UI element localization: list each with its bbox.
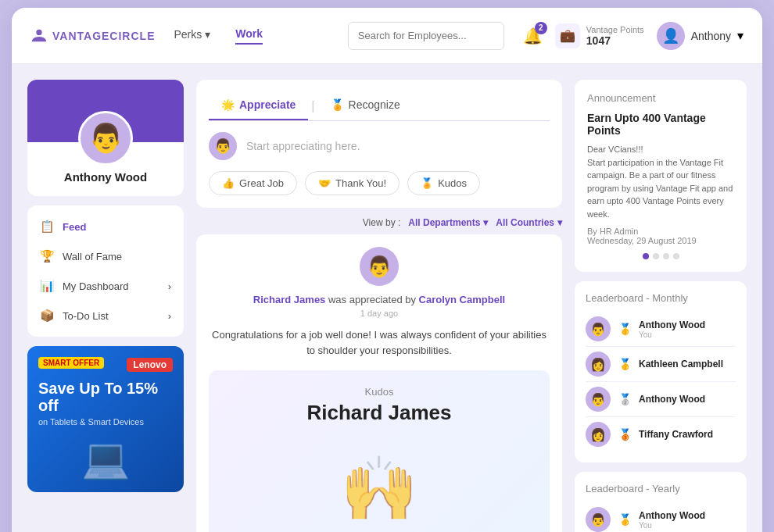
great-job-button[interactable]: 👍 Great Job xyxy=(209,171,297,195)
dash-arrow: › xyxy=(168,280,171,292)
lb-yearly-item-1: 👨 🥇 Anthony Wood You xyxy=(586,502,736,532)
kudos-card-label: Kudos xyxy=(224,386,534,398)
notif-badge: 2 xyxy=(535,22,547,34)
profile-avatar: 👨 xyxy=(78,111,133,166)
dot-2 xyxy=(653,253,659,259)
great-job-icon: 👍 xyxy=(222,177,235,189)
kudos-button[interactable]: 🏅 Kudos xyxy=(407,171,480,195)
announcement-date: Wednesday, 29 August 2019 xyxy=(587,236,734,245)
lb-avatar-3: 👨 xyxy=(586,387,611,412)
main-content: 👨 Anthony Wood 📋 Feed 🏆 Wall of Fame xyxy=(12,64,762,532)
lb-yearly-name-1: Anthony Wood xyxy=(639,510,736,521)
post-author[interactable]: Richard James xyxy=(253,294,326,305)
ad-brand: Lenovo xyxy=(127,358,173,372)
ad-illustration: 💻 xyxy=(38,436,173,481)
lb-name-2: Kathleen Campbell xyxy=(639,359,736,370)
profile-card: 👨 Anthony Wood xyxy=(27,80,184,196)
user-name: Anthony xyxy=(691,30,731,42)
right-panel: Announcement Earn Upto 400 Vantage Point… xyxy=(575,80,747,532)
lb-avatar-1: 👨 xyxy=(586,316,611,341)
main-nav: Perks ▾ Work xyxy=(174,27,328,45)
recognize-tab-icon: 🏅 xyxy=(331,98,344,111)
view-by-label: View by : xyxy=(363,217,400,228)
post-appreciator[interactable]: Carolyn Campbell xyxy=(419,294,506,305)
appreciate-placeholder[interactable]: Start appreciating here. xyxy=(246,140,550,152)
user-avatar: 👤 xyxy=(657,22,685,50)
user-menu-button[interactable]: 👤 Anthony ▾ xyxy=(657,22,744,50)
header: VANTAGECIRCLE Perks ▾ Work 🔔 2 💼 Vantage… xyxy=(12,8,762,64)
action-buttons: 👍 Great Job 🤝 Thank You! 🏅 Kudos xyxy=(209,171,550,195)
recognize-tab-label: Recognize xyxy=(349,98,400,111)
dot-3 xyxy=(663,253,669,259)
kudos-card-name: Richard James xyxy=(224,401,534,425)
announcement-author: By HR Admin xyxy=(587,227,734,236)
ad-badge: SMART OFFER xyxy=(38,357,104,369)
appreciate-tab-label: Appreciate xyxy=(239,98,296,111)
lb-name-1: Anthony Wood xyxy=(639,320,736,330)
wof-label: Wall of Fame xyxy=(63,251,122,262)
vantage-points: 💼 Vantage Points 1047 xyxy=(555,23,644,48)
search-input[interactable] xyxy=(348,22,504,50)
post-card: 👨 Richard James was appreciated by Carol… xyxy=(196,234,562,532)
wof-icon: 🏆 xyxy=(40,249,55,263)
sidebar-item-wall-of-fame[interactable]: 🏆 Wall of Fame xyxy=(27,241,184,271)
nav-perks[interactable]: Perks ▾ xyxy=(174,28,210,44)
kudos-icon: 🏅 xyxy=(421,177,433,189)
lb-name-4: Tiffany Crawford xyxy=(639,429,736,440)
sidebar-nav: 📋 Feed 🏆 Wall of Fame 📊 My Dashboard xyxy=(27,205,184,337)
appreciate-tab-icon: 🌟 xyxy=(221,98,235,111)
thank-you-icon: 🤝 xyxy=(318,177,331,189)
lb-item-1: 👨 🥇 Anthony Wood You xyxy=(586,312,736,347)
feed-icon: 📋 xyxy=(40,220,55,234)
notification-button[interactable]: 🔔 2 xyxy=(523,27,543,45)
filter-row: View by : All Departments ▾ All Countrie… xyxy=(196,217,562,228)
dot-4 xyxy=(673,253,679,259)
country-filter[interactable]: All Countries ▾ xyxy=(496,217,562,228)
appreciate-bar: 🌟 Appreciate | 🏅 Recognize 👨 Start appre… xyxy=(196,80,562,208)
profile-banner: 👨 xyxy=(27,80,184,142)
lb-item-3: 👨 🥈 Anthony Wood xyxy=(586,382,736,417)
leaderboard-yearly: Leaderboard - Yearly 👨 🥇 Anthony Wood Yo… xyxy=(575,472,747,532)
todo-icon: 📦 xyxy=(40,309,55,323)
vp-label: Vantage Points xyxy=(586,25,644,34)
dot-1 xyxy=(643,253,649,259)
lb-avatar-4: 👩 xyxy=(586,422,611,447)
lb-medal-3: 🥈 xyxy=(617,393,632,405)
thank-you-label: Thank You! xyxy=(335,177,386,189)
lb-sub-1: You xyxy=(639,330,736,339)
profile-name: Anthony Wood xyxy=(37,170,174,184)
dash-icon: 📊 xyxy=(40,279,55,293)
thank-you-button[interactable]: 🤝 Thank You! xyxy=(305,171,400,195)
kudos-card: Kudos Richard James 🙌 xyxy=(209,370,550,532)
lb-medal-2: 🥇 xyxy=(617,358,632,370)
todo-arrow: › xyxy=(168,310,171,322)
lb-yearly-medal-1: 🥇 xyxy=(617,513,632,526)
dash-label: My Dashboard xyxy=(63,280,129,292)
logo: VANTAGECIRCLE xyxy=(30,27,155,45)
feed: 🌟 Appreciate | 🏅 Recognize 👨 Start appre… xyxy=(196,80,562,532)
department-filter[interactable]: All Departments ▾ xyxy=(408,217,488,228)
tab-recognize[interactable]: 🏅 Recognize xyxy=(318,92,413,120)
lb-medal-1: 🥇 xyxy=(617,323,632,335)
announcement-dots xyxy=(587,253,734,259)
lb-name-3: Anthony Wood xyxy=(639,394,736,405)
post-time: 1 day ago xyxy=(209,309,550,318)
post-author-avatar: 👨 xyxy=(360,247,399,286)
department-value: All Departments xyxy=(408,217,480,228)
sidebar-item-dashboard[interactable]: 📊 My Dashboard › xyxy=(27,271,184,301)
sidebar-item-todo[interactable]: 📦 To-Do List › xyxy=(27,301,184,330)
todo-label: To-Do List xyxy=(63,310,109,322)
lb-yearly-avatar-1: 👨 xyxy=(586,507,611,532)
svg-point-0 xyxy=(36,29,41,34)
nav-work[interactable]: Work xyxy=(235,27,263,45)
announcement-body: Dear VCians!!! Start participation in th… xyxy=(587,143,734,220)
country-value: All Countries xyxy=(496,217,554,228)
user-menu-arrow: ▾ xyxy=(737,28,744,43)
sidebar-item-feed[interactable]: 📋 Feed xyxy=(27,212,184,241)
kudos-label: Kudos xyxy=(438,177,467,189)
tab-appreciate[interactable]: 🌟 Appreciate xyxy=(209,92,308,120)
logo-icon xyxy=(30,27,48,45)
lb-yearly-sub-1: You xyxy=(639,521,736,530)
input-avatar: 👨 xyxy=(209,132,237,160)
ad-banner: SMART OFFER Lenovo Save Up To 15% off on… xyxy=(27,346,184,492)
